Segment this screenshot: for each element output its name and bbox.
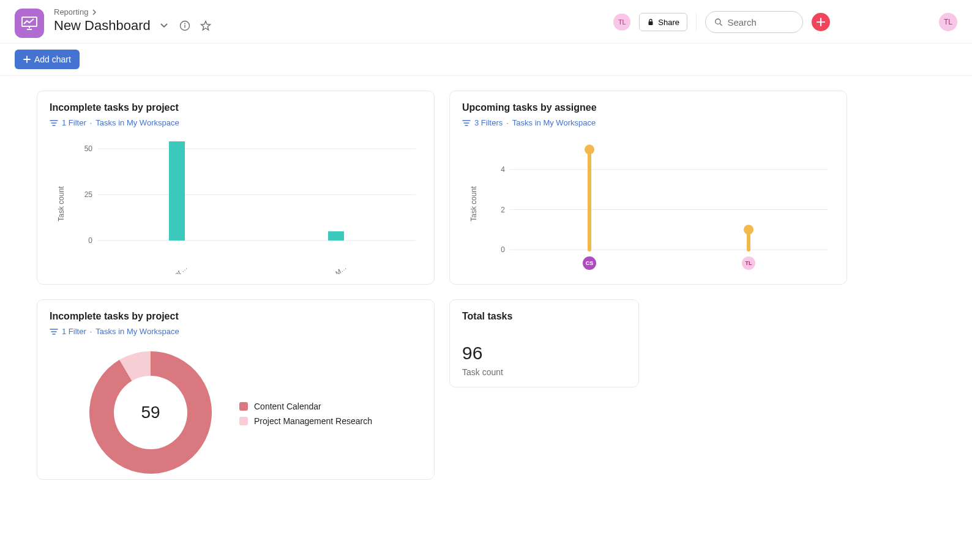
- chart-subtitle-row: 3 Filters · Tasks in My Workspace: [462, 118, 834, 127]
- separator: ·: [90, 118, 92, 127]
- page-title[interactable]: New Dashboard: [54, 18, 151, 34]
- info-button[interactable]: [178, 18, 192, 33]
- chart-body: Task count 024CSTL: [462, 133, 834, 274]
- lollipop-chart-svg: 024CSTL: [485, 133, 834, 274]
- chart-card-incomplete-donut[interactable]: Incomplete tasks by project 1 Filter · T…: [37, 299, 435, 480]
- y-axis-label: Task count: [462, 133, 485, 274]
- omnibutton-add[interactable]: [812, 13, 830, 31]
- svg-text:25: 25: [84, 190, 93, 199]
- add-chart-button[interactable]: Add chart: [15, 50, 80, 69]
- add-chart-label: Add chart: [34, 54, 71, 64]
- svg-rect-0: [22, 17, 37, 26]
- breadcrumb-parent[interactable]: Reporting: [54, 7, 88, 17]
- share-label: Share: [658, 18, 679, 27]
- chart-title: Total tasks: [462, 311, 626, 322]
- svg-line-6: [720, 24, 722, 26]
- chart-filter-link[interactable]: 1 Filter: [62, 327, 86, 336]
- chevron-right-icon: [92, 9, 97, 15]
- chart-scope-link[interactable]: Tasks in My Workspace: [95, 118, 179, 127]
- star-icon: [200, 20, 211, 31]
- chart-title: Incomplete tasks by project: [50, 102, 422, 113]
- legend-item[interactable]: Project Management Research: [239, 416, 372, 426]
- favorite-button[interactable]: [198, 18, 213, 33]
- donut-body: 59 Content Calendar Project Management R…: [50, 342, 422, 479]
- legend-swatch: [239, 417, 248, 425]
- filter-icon: [50, 328, 58, 335]
- title-row: New Dashboard: [54, 18, 213, 34]
- legend-label: Project Management Research: [254, 416, 372, 426]
- chart-scope-link[interactable]: Tasks in My Workspace: [95, 327, 179, 336]
- total-sublabel: Task count: [462, 367, 626, 377]
- chart-scope-link[interactable]: Tasks in My Workspace: [512, 118, 596, 127]
- svg-rect-13: [169, 141, 185, 241]
- collaborator-avatar[interactable]: TL: [613, 13, 630, 31]
- svg-point-24: [585, 144, 594, 154]
- divider: [696, 13, 697, 31]
- chevron-down-icon: [160, 23, 168, 29]
- svg-text:50: 50: [84, 144, 93, 153]
- svg-text:2: 2: [501, 206, 505, 214]
- chart-card-total-tasks[interactable]: Total tasks 96 Task count: [449, 299, 639, 387]
- chart-title: Incomplete tasks by project: [50, 311, 422, 322]
- separator: ·: [90, 327, 92, 336]
- svg-text:0: 0: [501, 245, 505, 254]
- filter-icon: [50, 119, 58, 127]
- presentation-chart-icon: [21, 17, 37, 30]
- svg-text:Content …: Content …: [159, 263, 189, 274]
- svg-rect-4: [649, 21, 653, 25]
- svg-text:0: 0: [88, 236, 92, 245]
- chart-filter-link[interactable]: 3 Filters: [474, 118, 503, 127]
- chart-filter-link[interactable]: 1 Filter: [62, 118, 86, 127]
- search-icon: [714, 17, 722, 27]
- svg-point-2: [184, 23, 185, 24]
- svg-rect-3: [184, 25, 185, 28]
- svg-text:Project M…: Project M…: [316, 263, 348, 274]
- lock-icon: [647, 18, 654, 26]
- topbar-right: TL Share TL: [613, 11, 957, 33]
- dashboard-app-icon: [15, 9, 44, 38]
- chart-title: Upcoming tasks by assignee: [462, 102, 834, 113]
- svg-text:CS: CS: [586, 260, 594, 266]
- dashboard-canvas: Incomplete tasks by project 1 Filter · T…: [0, 76, 972, 495]
- search-box[interactable]: [705, 11, 803, 33]
- share-button[interactable]: Share: [639, 13, 687, 31]
- breadcrumb: Reporting: [54, 7, 213, 17]
- user-avatar[interactable]: TL: [939, 13, 957, 31]
- legend-swatch: [239, 402, 248, 411]
- separator: ·: [506, 118, 509, 127]
- svg-text:TL: TL: [746, 260, 752, 266]
- chart-card-incomplete-bar[interactable]: Incomplete tasks by project 1 Filter · T…: [37, 91, 435, 285]
- donut-legend: Content Calendar Project Management Rese…: [239, 397, 372, 431]
- topbar: Reporting New Dashboard TL Share: [0, 0, 972, 43]
- toolbar: Add chart: [0, 43, 972, 76]
- chart-subtitle-row: 1 Filter · Tasks in My Workspace: [50, 118, 422, 127]
- chart-body: Task count 02550Content …Project M…: [50, 133, 422, 274]
- legend-item[interactable]: Content Calendar: [239, 401, 372, 411]
- y-axis-label: Task count: [50, 133, 73, 274]
- info-icon: [179, 20, 190, 31]
- bar-chart-svg: 02550Content …Project M…: [73, 133, 422, 274]
- chart-card-upcoming-lollipop[interactable]: Upcoming tasks by assignee 3 Filters · T…: [449, 91, 847, 285]
- svg-point-5: [716, 19, 720, 24]
- legend-label: Content Calendar: [254, 401, 321, 411]
- title-area: Reporting New Dashboard: [54, 6, 213, 34]
- total-number: 96: [462, 343, 626, 364]
- donut-center-value: 59: [86, 348, 215, 477]
- plus-icon: [23, 56, 31, 63]
- filter-icon: [462, 119, 471, 127]
- svg-rect-15: [328, 231, 344, 241]
- svg-text:4: 4: [501, 165, 505, 174]
- chart-subtitle-row: 1 Filter · Tasks in My Workspace: [50, 327, 422, 336]
- search-input[interactable]: [727, 17, 794, 28]
- svg-point-28: [744, 225, 753, 234]
- title-dropdown[interactable]: [157, 18, 171, 33]
- plus-icon: [816, 17, 826, 27]
